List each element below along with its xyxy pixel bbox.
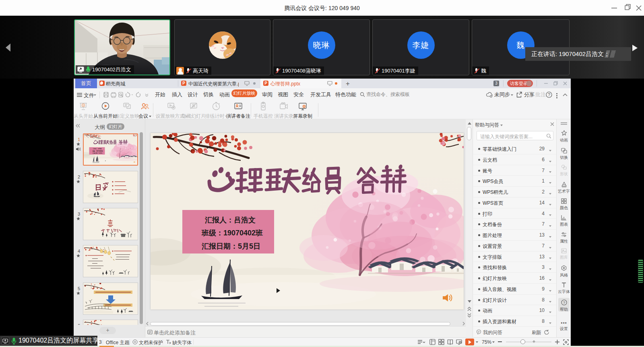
svg-text:汇报人：吕浩文: 汇报人：吕浩文 (204, 216, 256, 224)
svg-text:汇报日期：5月5日: 汇报日期：5月5日 (201, 242, 260, 250)
svg-text:?: ? (548, 92, 550, 97)
svg-text:班级：19070402班: 班级：19070402班 (201, 229, 263, 237)
svg-text:?: ? (563, 301, 565, 305)
